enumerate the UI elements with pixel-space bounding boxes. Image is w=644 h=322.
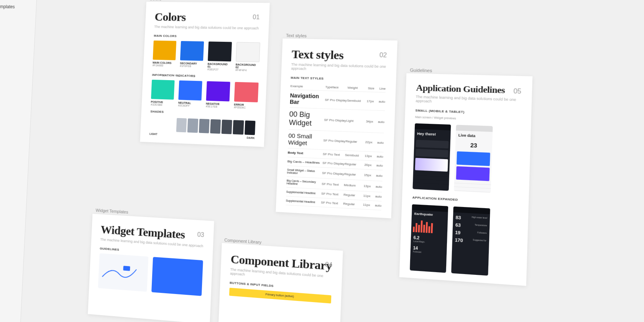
color-swatch[interactable]: BACKGROUND 01#1B1F27 [207,41,232,71]
page-title: Application Guidelines [416,82,521,96]
page-title: Text styles [291,48,387,63]
artboard-label-widget[interactable]: Widget Templates [95,208,128,214]
shade-swatch[interactable] [210,119,221,134]
shade-swatch[interactable] [233,120,244,135]
page-title: Colors [154,10,260,25]
color-swatch[interactable]: SECONDARY#1F6FEB [180,41,204,71]
subtitle: The machine learning and big data soluti… [416,95,521,106]
shade-swatch[interactable] [187,118,198,133]
artboard-number: 02 [379,51,387,59]
color-swatch[interactable]: ERROR#F05D6C [234,82,259,110]
color-swatch[interactable]: NEUTRAL#2C6DFF [178,80,202,108]
color-swatch[interactable]: POSITIVE#1DD3B0 [151,80,174,107]
color-swatch[interactable]: NEGATIVE#5E17EB [206,81,230,108]
mockup-stats: 83High water level 63Temperature 19Follo… [451,207,490,276]
color-swatch[interactable]: BACKGROUND 02#F4F4F4 [235,42,260,72]
shade-swatch[interactable] [176,118,187,133]
artboard-number: 04 [325,261,333,269]
artboard-text-styles[interactable]: 02 Text styles The machine learning and … [276,38,398,218]
artboard-colors[interactable]: 01 Colors The machine learning and big d… [140,2,270,147]
artboard-label-guidelines[interactable]: Guidelines [410,67,432,73]
text-style-row: 00 Big WidgetSF Pro DisplayLight34pxauto [289,108,385,133]
widget-preview-chart [98,253,149,292]
canvas[interactable]: Colors Text styles Guidelines Widget Tem… [19,0,644,322]
widget-preview-blue [151,257,203,296]
section-text-styles: MAIN TEXT STYLES [291,76,386,82]
mockup-light-live: Live data 23 [454,125,493,193]
text-style-row: Navigation BarSF Pro DisplaySemibold17px… [289,90,385,111]
subtitle: The machine learning and big data soluti… [291,62,386,73]
subtitle: The machine learning and big data soluti… [154,25,259,30]
artboard-widget-templates[interactable]: 03 Widget Templates The machine learning… [88,214,214,322]
color-swatch[interactable]: MAIN COLORS#F2A900 [152,41,176,70]
shade-swatch[interactable] [222,120,232,134]
shade-swatch[interactable] [199,119,209,133]
mockup-dark-hey: Hey there! [412,123,451,191]
shade-swatch[interactable] [245,120,256,135]
mockup-earthquake: Earthquake 6.2Local Magn. 14Forecast [410,204,448,273]
artboard-component-library[interactable]: 04 Component Library The machine learnin… [219,243,343,322]
artboard-guidelines[interactable]: 05 Application Guidelines The machine le… [399,73,533,286]
section-desc: Main screen / Widget previews [415,115,521,122]
sidebar-item-templates[interactable]: Templates [0,2,36,12]
section-expanded: APPLICATION EXPANDED [412,196,518,205]
artboard-label-text[interactable]: Text styles [286,33,307,38]
svg-rect-0 [123,266,130,271]
section-main-colors: MAIN COLORS [154,34,259,39]
section-small: SMALL (MOBILE & TABLET) [415,108,521,116]
section-shades: SHADES [150,110,256,117]
artboard-number: 01 [253,14,260,21]
artboard-number: 03 [197,231,204,239]
artboard-label-colors[interactable]: Colors [150,0,162,1]
artboard-number: 05 [513,87,521,95]
section-info-indicators: INFORMATION INDICATORS [152,73,258,79]
